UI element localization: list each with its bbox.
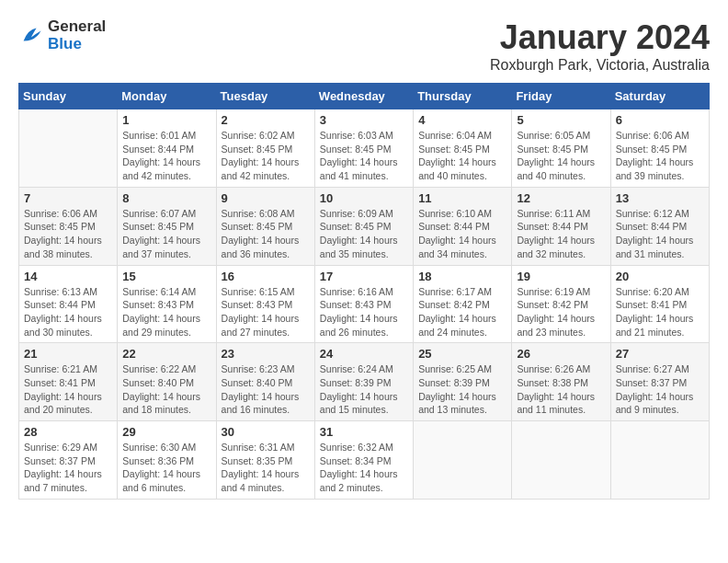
calendar-cell: 18Sunrise: 6:17 AMSunset: 8:42 PMDayligh… — [414, 265, 512, 343]
day-number: 5 — [517, 113, 605, 127]
weekday-header-row: SundayMondayTuesdayWednesdayThursdayFrid… — [19, 84, 710, 109]
day-number: 15 — [122, 270, 210, 283]
day-info: Sunrise: 6:04 AMSunset: 8:45 PMDaylight:… — [418, 129, 506, 183]
day-info: Sunrise: 6:20 AMSunset: 8:41 PMDaylight:… — [616, 285, 704, 339]
logo-text: General Blue — [48, 18, 106, 52]
day-number: 3 — [320, 113, 408, 127]
day-number: 2 — [222, 113, 310, 127]
day-number: 18 — [418, 270, 506, 283]
calendar-week-row: 7Sunrise: 6:06 AMSunset: 8:45 PMDaylight… — [19, 187, 710, 265]
logo-bird-icon — [18, 23, 44, 49]
day-number: 14 — [24, 270, 112, 283]
day-number: 19 — [517, 270, 605, 283]
day-number: 6 — [616, 113, 704, 127]
calendar-cell: 25Sunrise: 6:25 AMSunset: 8:39 PMDayligh… — [414, 343, 512, 421]
day-number: 25 — [418, 347, 506, 361]
weekday-header-monday: Monday — [118, 84, 216, 109]
day-info: Sunrise: 6:21 AMSunset: 8:41 PMDaylight:… — [24, 362, 112, 417]
header: General Blue January 2024 Roxburgh Park,… — [18, 18, 710, 74]
calendar-cell: 4Sunrise: 6:04 AMSunset: 8:45 PMDaylight… — [414, 109, 512, 188]
day-info: Sunrise: 6:14 AMSunset: 8:43 PMDaylight:… — [122, 285, 210, 339]
weekday-header-saturday: Saturday — [610, 84, 709, 109]
day-info: Sunrise: 6:02 AMSunset: 8:45 PMDaylight:… — [222, 129, 310, 183]
calendar-cell: 22Sunrise: 6:22 AMSunset: 8:40 PMDayligh… — [118, 343, 216, 421]
calendar-week-row: 1Sunrise: 6:01 AMSunset: 8:44 PMDaylight… — [19, 109, 710, 188]
calendar-cell: 28Sunrise: 6:29 AMSunset: 8:37 PMDayligh… — [19, 421, 118, 500]
calendar-cell: 11Sunrise: 6:10 AMSunset: 8:44 PMDayligh… — [414, 187, 512, 265]
calendar-cell: 6Sunrise: 6:06 AMSunset: 8:45 PMDaylight… — [610, 109, 709, 188]
calendar-cell: 27Sunrise: 6:27 AMSunset: 8:37 PMDayligh… — [610, 343, 709, 421]
calendar-week-row: 14Sunrise: 6:13 AMSunset: 8:44 PMDayligh… — [19, 265, 710, 343]
calendar-cell: 8Sunrise: 6:07 AMSunset: 8:45 PMDaylight… — [118, 187, 216, 265]
title-block: January 2024 Roxburgh Park, Victoria, Au… — [490, 18, 710, 74]
day-number: 31 — [320, 425, 408, 439]
calendar-cell — [414, 421, 512, 500]
calendar-cell: 13Sunrise: 6:12 AMSunset: 8:44 PMDayligh… — [610, 187, 709, 265]
logo: General Blue — [18, 18, 106, 52]
calendar-cell: 12Sunrise: 6:11 AMSunset: 8:44 PMDayligh… — [512, 187, 610, 265]
day-info: Sunrise: 6:24 AMSunset: 8:39 PMDaylight:… — [320, 362, 408, 417]
day-number: 13 — [616, 191, 704, 205]
weekday-header-wednesday: Wednesday — [314, 84, 413, 109]
calendar-cell: 29Sunrise: 6:30 AMSunset: 8:36 PMDayligh… — [118, 421, 216, 500]
day-number: 11 — [418, 191, 506, 205]
calendar-cell: 17Sunrise: 6:16 AMSunset: 8:43 PMDayligh… — [314, 265, 413, 343]
calendar-cell: 9Sunrise: 6:08 AMSunset: 8:45 PMDaylight… — [216, 187, 314, 265]
calendar-cell — [19, 109, 118, 188]
calendar-cell: 1Sunrise: 6:01 AMSunset: 8:44 PMDaylight… — [118, 109, 216, 188]
calendar-cell: 20Sunrise: 6:20 AMSunset: 8:41 PMDayligh… — [610, 265, 709, 343]
day-info: Sunrise: 6:25 AMSunset: 8:39 PMDaylight:… — [418, 362, 506, 417]
day-info: Sunrise: 6:10 AMSunset: 8:44 PMDaylight:… — [418, 207, 506, 261]
calendar-cell: 30Sunrise: 6:31 AMSunset: 8:35 PMDayligh… — [216, 421, 314, 500]
day-info: Sunrise: 6:11 AMSunset: 8:44 PMDaylight:… — [517, 207, 605, 261]
calendar-cell: 23Sunrise: 6:23 AMSunset: 8:40 PMDayligh… — [216, 343, 314, 421]
day-info: Sunrise: 6:01 AMSunset: 8:44 PMDaylight:… — [122, 129, 210, 183]
day-info: Sunrise: 6:06 AMSunset: 8:45 PMDaylight:… — [616, 129, 704, 183]
day-info: Sunrise: 6:06 AMSunset: 8:45 PMDaylight:… — [24, 207, 112, 261]
calendar-cell: 5Sunrise: 6:05 AMSunset: 8:45 PMDaylight… — [512, 109, 610, 188]
day-number: 29 — [122, 425, 210, 439]
day-number: 12 — [517, 191, 605, 205]
day-number: 23 — [222, 347, 310, 361]
day-info: Sunrise: 6:30 AMSunset: 8:36 PMDaylight:… — [122, 441, 210, 495]
day-info: Sunrise: 6:12 AMSunset: 8:44 PMDaylight:… — [616, 207, 704, 261]
weekday-header-tuesday: Tuesday — [216, 84, 314, 109]
day-info: Sunrise: 6:19 AMSunset: 8:42 PMDaylight:… — [517, 285, 605, 339]
day-info: Sunrise: 6:29 AMSunset: 8:37 PMDaylight:… — [24, 441, 112, 495]
day-info: Sunrise: 6:03 AMSunset: 8:45 PMDaylight:… — [320, 129, 408, 183]
calendar-table: SundayMondayTuesdayWednesdayThursdayFrid… — [18, 83, 710, 500]
calendar-cell: 26Sunrise: 6:26 AMSunset: 8:38 PMDayligh… — [512, 343, 610, 421]
weekday-header-thursday: Thursday — [414, 84, 512, 109]
calendar-cell: 16Sunrise: 6:15 AMSunset: 8:43 PMDayligh… — [216, 265, 314, 343]
calendar-cell: 21Sunrise: 6:21 AMSunset: 8:41 PMDayligh… — [19, 343, 118, 421]
weekday-header-sunday: Sunday — [19, 84, 118, 109]
day-info: Sunrise: 6:07 AMSunset: 8:45 PMDaylight:… — [122, 207, 210, 261]
day-info: Sunrise: 6:26 AMSunset: 8:38 PMDaylight:… — [517, 362, 605, 417]
day-number: 7 — [24, 191, 112, 205]
calendar-cell: 19Sunrise: 6:19 AMSunset: 8:42 PMDayligh… — [512, 265, 610, 343]
weekday-header-friday: Friday — [512, 84, 610, 109]
day-number: 17 — [320, 270, 408, 283]
day-number: 24 — [320, 347, 408, 361]
calendar-cell: 10Sunrise: 6:09 AMSunset: 8:45 PMDayligh… — [314, 187, 413, 265]
calendar-cell: 31Sunrise: 6:32 AMSunset: 8:34 PMDayligh… — [314, 421, 413, 500]
calendar-cell: 3Sunrise: 6:03 AMSunset: 8:45 PMDaylight… — [314, 109, 413, 188]
day-info: Sunrise: 6:09 AMSunset: 8:45 PMDaylight:… — [320, 207, 408, 261]
day-number: 27 — [616, 347, 704, 361]
day-number: 10 — [320, 191, 408, 205]
calendar-title: January 2024 — [490, 18, 710, 57]
day-number: 1 — [122, 113, 210, 127]
day-number: 20 — [616, 270, 704, 283]
calendar-cell — [512, 421, 610, 500]
calendar-cell: 24Sunrise: 6:24 AMSunset: 8:39 PMDayligh… — [314, 343, 413, 421]
calendar-cell: 15Sunrise: 6:14 AMSunset: 8:43 PMDayligh… — [118, 265, 216, 343]
day-info: Sunrise: 6:17 AMSunset: 8:42 PMDaylight:… — [418, 285, 506, 339]
calendar-week-row: 28Sunrise: 6:29 AMSunset: 8:37 PMDayligh… — [19, 421, 710, 500]
day-info: Sunrise: 6:08 AMSunset: 8:45 PMDaylight:… — [222, 207, 310, 261]
day-info: Sunrise: 6:15 AMSunset: 8:43 PMDaylight:… — [222, 285, 310, 339]
day-info: Sunrise: 6:32 AMSunset: 8:34 PMDaylight:… — [320, 441, 408, 495]
day-info: Sunrise: 6:13 AMSunset: 8:44 PMDaylight:… — [24, 285, 112, 339]
calendar-subtitle: Roxburgh Park, Victoria, Australia — [490, 57, 710, 74]
calendar-cell: 14Sunrise: 6:13 AMSunset: 8:44 PMDayligh… — [19, 265, 118, 343]
day-info: Sunrise: 6:22 AMSunset: 8:40 PMDaylight:… — [122, 362, 210, 417]
